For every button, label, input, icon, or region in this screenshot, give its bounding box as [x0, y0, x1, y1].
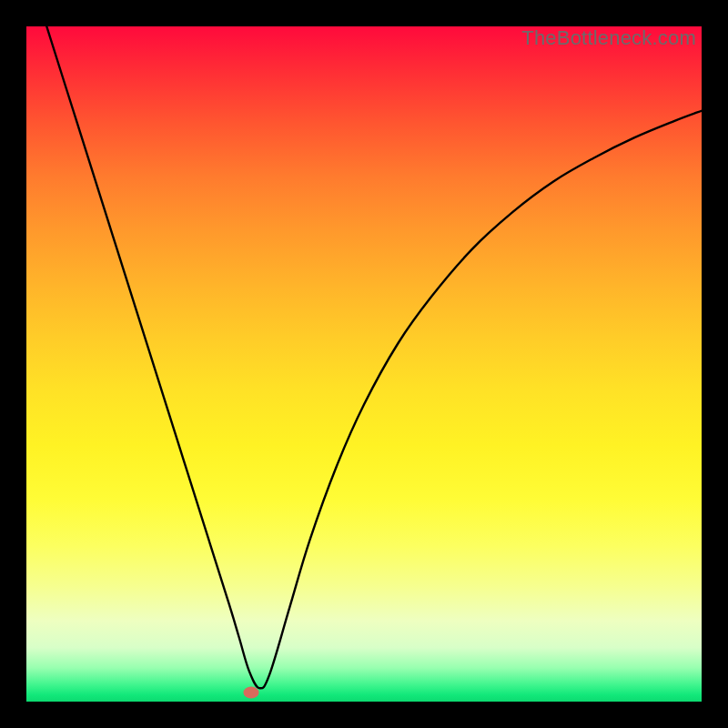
- bottleneck-curve: [26, 26, 702, 702]
- chart-container: TheBottleneck.com: [0, 0, 728, 728]
- watermark-text: TheBottleneck.com: [521, 26, 696, 50]
- plot-area: TheBottleneck.com: [26, 26, 702, 702]
- curve-path: [46, 26, 702, 688]
- optimal-point-marker: [244, 687, 259, 699]
